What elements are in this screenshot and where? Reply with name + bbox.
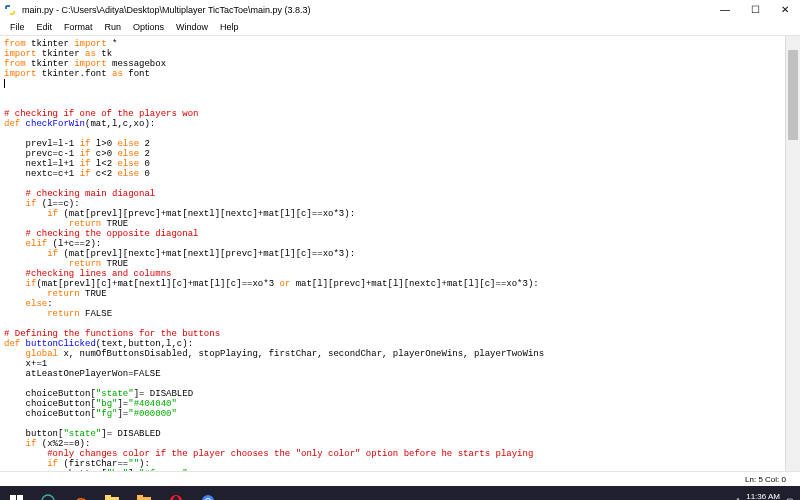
task-icon[interactable] [64, 486, 96, 500]
scrollbar[interactable] [785, 36, 800, 471]
notifications-icon[interactable]: ▢ [786, 497, 794, 501]
menu-options[interactable]: Options [127, 22, 170, 32]
maximize-button[interactable]: ☐ [740, 0, 770, 19]
system-tray[interactable]: ˄ 11:36 AM 5/9/2021 ▢ [736, 492, 800, 500]
cursor-position: Ln: 5 Col: 0 [745, 475, 786, 484]
svg-rect-6 [105, 495, 111, 499]
svg-rect-1 [17, 495, 23, 501]
text-cursor [4, 79, 5, 88]
python-icon [3, 3, 17, 17]
svg-rect-8 [137, 495, 143, 499]
menu-file[interactable]: File [4, 22, 31, 32]
menu-bar: File Edit Format Run Options Window Help [0, 19, 800, 36]
taskbar: ˄ 11:36 AM 5/9/2021 ▢ [0, 486, 800, 500]
title-bar: main.py - C:\Users\Aditya\Desktop\Multip… [0, 0, 800, 19]
chrome-icon[interactable] [192, 486, 224, 500]
menu-edit[interactable]: Edit [31, 22, 59, 32]
status-bar: Ln: 5 Col: 0 [0, 471, 800, 486]
menu-help[interactable]: Help [214, 22, 245, 32]
tray-chevron-icon[interactable]: ˄ [736, 497, 740, 501]
menu-run[interactable]: Run [99, 22, 128, 32]
scrollbar-thumb[interactable] [788, 50, 798, 140]
clock[interactable]: 11:36 AM 5/9/2021 [746, 492, 780, 500]
file-explorer-icon[interactable] [128, 486, 160, 500]
task-icon[interactable] [32, 486, 64, 500]
svg-point-4 [42, 495, 54, 500]
menu-window[interactable]: Window [170, 22, 214, 32]
svg-rect-0 [10, 495, 16, 501]
file-explorer-icon[interactable] [96, 486, 128, 500]
code-editor[interactable]: from tkinter import * import tkinter as … [0, 36, 800, 471]
window-title: main.py - C:\Users\Aditya\Desktop\Multip… [20, 5, 710, 15]
opera-icon[interactable] [160, 486, 192, 500]
minimize-button[interactable]: — [710, 0, 740, 19]
menu-format[interactable]: Format [58, 22, 99, 32]
start-button[interactable] [0, 486, 32, 500]
close-button[interactable]: ✕ [770, 0, 800, 19]
